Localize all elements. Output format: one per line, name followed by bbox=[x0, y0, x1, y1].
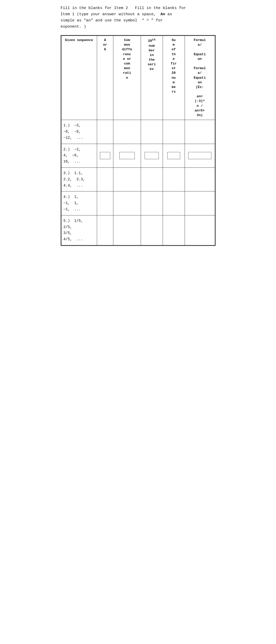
table-row: 4.) 1,−1, 1,−1, ... bbox=[61, 191, 215, 215]
instruction-text: Fill in the blanks for Item 2 Fill in th… bbox=[61, 5, 216, 30]
ag-cell-1 bbox=[97, 120, 113, 144]
20th-cell-4 bbox=[141, 191, 163, 215]
sequence-cell-4: 4.) 1,−1, 1,−1, ... bbox=[61, 191, 97, 215]
ag-cell-2[interactable] bbox=[97, 144, 113, 167]
common-cell-4 bbox=[113, 191, 141, 215]
sum-cell-3 bbox=[163, 167, 185, 191]
header-common: Commondifference orcommonratio bbox=[113, 36, 141, 120]
sum-cell-1 bbox=[163, 120, 185, 144]
formula-cell-4 bbox=[185, 191, 215, 215]
common-cell-3 bbox=[113, 167, 141, 191]
header-ag: AorG bbox=[97, 36, 113, 120]
sum-input-2[interactable] bbox=[167, 152, 180, 159]
sequence-cell-1: 1.) −3,−6, −9,−12, ... bbox=[61, 120, 97, 144]
main-table: Given sequence AorG Commondifference orc… bbox=[61, 36, 215, 245]
sum-cell-2[interactable] bbox=[163, 144, 185, 167]
formula-cell-1 bbox=[185, 120, 215, 144]
table-header-row: Given sequence AorG Commondifference orc… bbox=[61, 36, 215, 120]
sum-cell-5 bbox=[163, 215, 185, 245]
formula-input-2[interactable] bbox=[188, 152, 211, 159]
header-sum: Sumofthefirst20numbers bbox=[163, 36, 185, 120]
table-row: 2.) −2,4, −8,16, ... bbox=[61, 144, 215, 167]
formula-cell-2[interactable] bbox=[185, 144, 215, 167]
common-cell-1 bbox=[113, 120, 141, 144]
table-row: 1.) −3,−6, −9,−12, ... bbox=[61, 120, 215, 144]
header-sequence: Given sequence bbox=[61, 36, 97, 120]
20th-input-2[interactable] bbox=[145, 152, 159, 159]
ag-cell-4 bbox=[97, 191, 113, 215]
common-input-2[interactable] bbox=[119, 152, 135, 159]
20th-cell-1 bbox=[141, 120, 163, 144]
sequence-cell-3: 3.) 1.1,2.2, 3.3,4.4, ... bbox=[61, 167, 97, 191]
formula-cell-3 bbox=[185, 167, 215, 191]
ag-input-2[interactable] bbox=[100, 152, 110, 159]
sequence-cell-5: 5.) 1/5,2/5,3/5,4/5, ... bbox=[61, 215, 97, 245]
ag-cell-5 bbox=[97, 215, 113, 245]
instructions-block: Fill in the blanks for Item 2 Fill in th… bbox=[61, 5, 216, 30]
common-cell-5 bbox=[113, 215, 141, 245]
formula-cell-5 bbox=[185, 215, 215, 245]
sequence-cell-2: 2.) −2,4, −8,16, ... bbox=[61, 144, 97, 167]
sum-cell-4 bbox=[163, 191, 185, 215]
header-20th: 20thnumberintheseries bbox=[141, 36, 163, 120]
table-row: 3.) 1.1,2.2, 3.3,4.4, ... bbox=[61, 167, 215, 191]
header-formula: Formula/EquationFormula/Equation(Ex:an=(… bbox=[185, 36, 215, 120]
ag-cell-3 bbox=[97, 167, 113, 191]
table-row: 5.) 1/5,2/5,3/5,4/5, ... bbox=[61, 215, 215, 245]
20th-cell-2[interactable] bbox=[141, 144, 163, 167]
20th-cell-5 bbox=[141, 215, 163, 245]
common-cell-2[interactable] bbox=[113, 144, 141, 167]
20th-cell-3 bbox=[141, 167, 163, 191]
main-table-wrapper: Given sequence AorG Commondifference orc… bbox=[61, 35, 216, 246]
